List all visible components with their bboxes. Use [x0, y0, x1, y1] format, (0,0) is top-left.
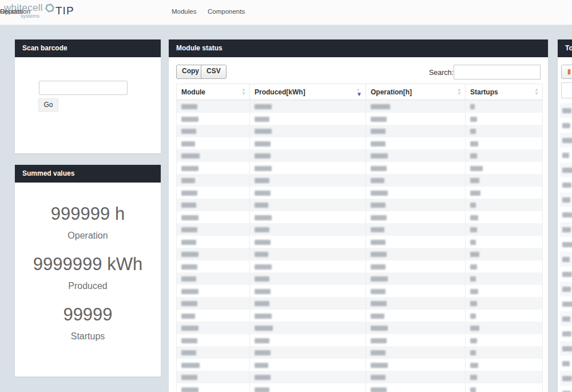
column-header-startups[interactable]: Startups ▲▼ [466, 84, 543, 100]
list-item[interactable] [560, 341, 572, 356]
nav-item-components[interactable]: Components [208, 8, 245, 15]
app-title[interactable]: TIP [55, 5, 74, 17]
redacted-value [255, 363, 268, 368]
table-cell-redacted [177, 272, 250, 285]
sort-icon[interactable]: ▲▼ [241, 88, 246, 96]
list-item[interactable] [560, 267, 572, 282]
table-cell-redacted [466, 248, 543, 260]
column-header-startups-label: Startups [470, 88, 498, 96]
table-cell-redacted [466, 174, 543, 187]
table-cell-redacted [466, 297, 543, 310]
table-row[interactable] [177, 322, 543, 334]
redacted-value [255, 191, 271, 196]
scan-barcode-panel: Scan barcode Go [15, 39, 161, 153]
table-row[interactable] [177, 297, 543, 310]
redacted-value [562, 183, 571, 188]
redacted-value [255, 350, 271, 355]
table-row[interactable] [177, 162, 543, 175]
redacted-value [181, 166, 198, 171]
table-cell-redacted [466, 334, 543, 347]
redacted-value [371, 363, 388, 368]
list-item[interactable] [560, 192, 572, 207]
table-row[interactable] [177, 371, 543, 383]
table-cell-redacted [466, 322, 543, 334]
table-cell-redacted [177, 297, 250, 310]
redacted-value [470, 104, 475, 109]
redacted-value [562, 331, 571, 336]
table-row[interactable] [177, 334, 543, 347]
redacted-value [371, 104, 390, 109]
table-row[interactable] [177, 125, 543, 137]
list-item[interactable] [560, 237, 572, 252]
redacted-value [371, 117, 387, 122]
nav-item-op-station[interactable]: Op-station [0, 8, 30, 15]
sort-icon[interactable]: ▲▼ [534, 88, 539, 96]
redacted-value [371, 314, 384, 319]
table-row[interactable] [177, 272, 543, 285]
table-row[interactable] [177, 187, 543, 199]
list-item[interactable] [560, 356, 572, 371]
list-item[interactable] [560, 311, 572, 326]
table-row[interactable] [177, 359, 543, 371]
table-cell-redacted [250, 322, 366, 334]
list-item[interactable] [560, 222, 572, 237]
redacted-value [371, 252, 387, 257]
column-header-produced[interactable]: Produced[kWh] ▲▼ [250, 84, 366, 100]
table-row[interactable] [177, 149, 543, 162]
column-header-module[interactable]: Module ▲▼ [177, 84, 250, 100]
metric-produced: 9999999 kWh Produced [15, 255, 161, 291]
list-item[interactable] [560, 386, 572, 392]
table-row[interactable] [177, 199, 543, 211]
table-cell-redacted [177, 383, 250, 392]
table-row[interactable] [177, 248, 543, 260]
redacted-value [562, 361, 570, 366]
list-item[interactable] [560, 177, 572, 192]
list-item[interactable] [560, 326, 572, 341]
list-item[interactable] [560, 296, 572, 311]
list-item[interactable] [560, 207, 572, 222]
barcode-input[interactable] [39, 81, 128, 95]
list-item[interactable] [560, 252, 572, 267]
table-row[interactable] [177, 211, 543, 224]
table-cell-redacted [250, 149, 366, 162]
table-row[interactable] [177, 100, 543, 113]
list-item[interactable] [560, 133, 572, 148]
table-cell-redacted [177, 223, 250, 236]
table-row[interactable] [177, 236, 543, 248]
go-button[interactable]: Go [38, 98, 58, 112]
table-cell-redacted [250, 346, 366, 359]
sort-desc-icon[interactable]: ▲▼ [356, 88, 362, 97]
list-item[interactable] [560, 371, 572, 386]
table-row[interactable] [177, 137, 543, 150]
right-panel-input[interactable] [561, 82, 572, 98]
table-row[interactable] [177, 285, 543, 298]
redacted-value [562, 138, 572, 143]
list-item[interactable] [560, 103, 572, 118]
table-row[interactable] [177, 310, 543, 322]
redacted-value [562, 287, 571, 292]
redacted-value [470, 141, 478, 146]
table-row[interactable] [177, 383, 543, 392]
list-item[interactable] [560, 282, 572, 296]
table-cell-redacted [177, 199, 250, 211]
table-row[interactable] [177, 346, 543, 359]
metric-operation: 999999 h Operation [15, 204, 161, 241]
redacted-value [371, 338, 387, 343]
nav-item-modules[interactable]: Modules [172, 8, 196, 15]
column-header-operation[interactable]: Operation[h] ▲▼ [366, 84, 466, 100]
table-row[interactable] [177, 113, 543, 125]
redacted-value [470, 338, 477, 343]
export-button[interactable]: ▮ [561, 65, 572, 79]
table-cell-redacted [466, 100, 543, 113]
list-item[interactable] [560, 163, 572, 177]
sort-icon[interactable]: ▲▼ [457, 88, 462, 96]
table-row[interactable] [177, 174, 543, 187]
table-row[interactable] [177, 223, 543, 236]
search-input[interactable] [454, 65, 541, 80]
table-cell-redacted [366, 285, 466, 298]
list-item[interactable] [560, 118, 572, 133]
table-cell-redacted [466, 162, 543, 175]
list-item[interactable] [560, 148, 572, 163]
csv-button[interactable]: CSV [201, 65, 227, 79]
table-row[interactable] [177, 260, 543, 273]
